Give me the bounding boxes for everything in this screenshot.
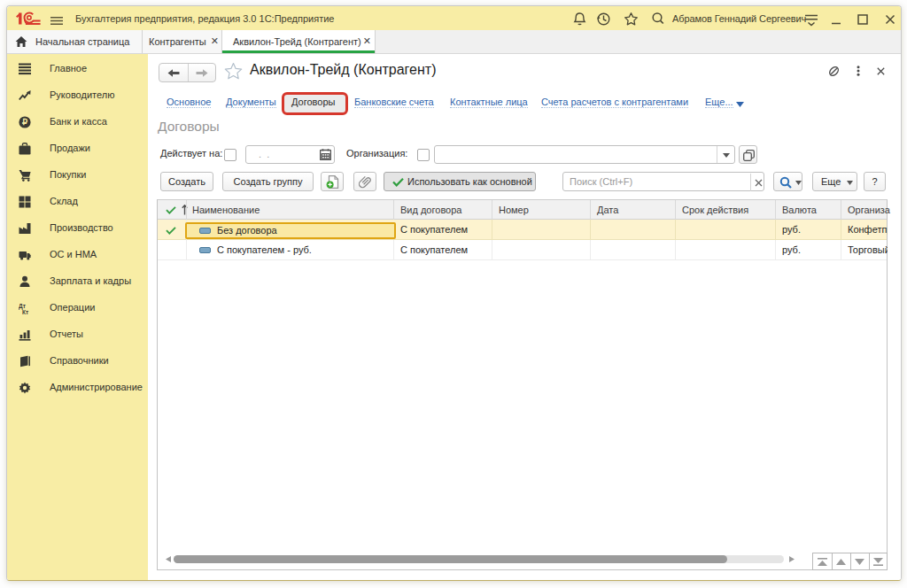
svg-text:Кт: Кт — [22, 309, 28, 315]
svg-text:₽: ₽ — [22, 117, 27, 127]
